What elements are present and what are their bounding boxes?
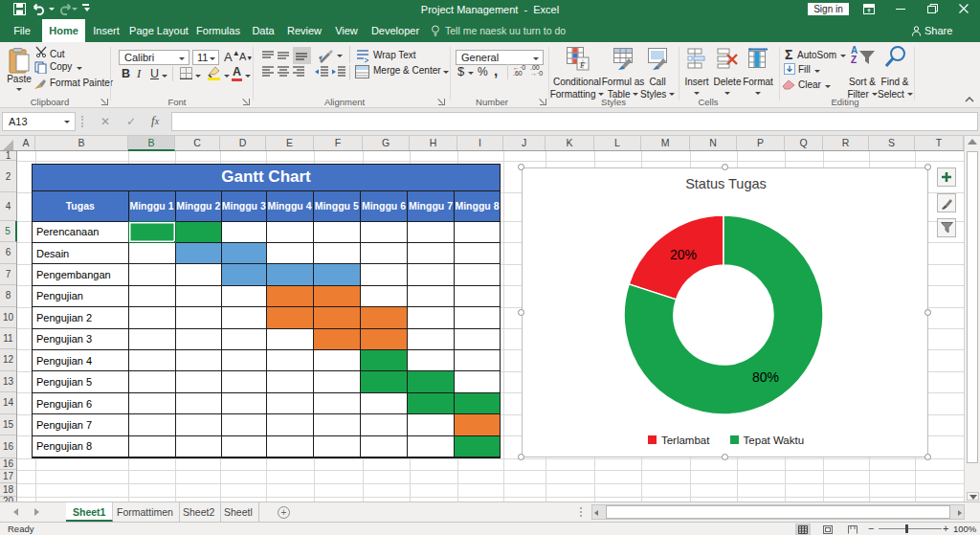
svg-text:F: F (579, 61, 585, 70)
